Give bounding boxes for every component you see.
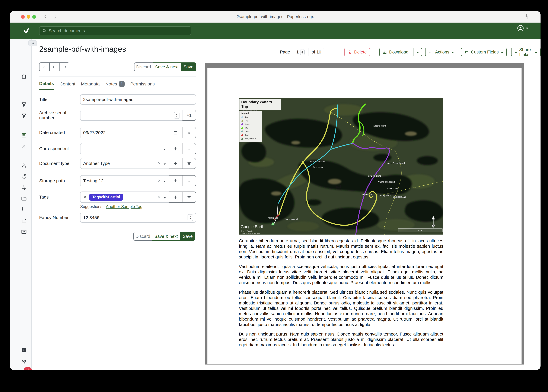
download-options-button[interactable] [414, 48, 422, 56]
legend-item: Day 3 [241, 123, 260, 126]
sidebar-expand-button[interactable] [29, 40, 37, 46]
tab-notes[interactable]: Notes 1 [105, 81, 125, 90]
svg-text:N: N [432, 224, 435, 228]
add-correspondent-button[interactable] [169, 143, 182, 154]
sidebar-item-mail[interactable] [21, 229, 27, 235]
page-stepper[interactable] [300, 49, 305, 55]
sidebar-item-close-document[interactable] [21, 143, 27, 150]
date-filter-button[interactable] [182, 127, 196, 138]
asn-plus-one-button[interactable]: +1 [182, 110, 196, 121]
discard-button[interactable]: Discard [134, 63, 153, 71]
browser-forward-icon[interactable] [53, 14, 58, 19]
user-menu[interactable] [517, 25, 529, 32]
remove-tag-icon[interactable] [83, 195, 87, 200]
tab-metadata[interactable]: Metadata [81, 81, 100, 90]
suggested-tag-link[interactable]: Another Sample Tag [106, 204, 142, 209]
tag-chip[interactable]: TagWithPartial [89, 194, 123, 201]
document-type-filter-button[interactable] [182, 158, 196, 169]
chevron-down-icon [501, 49, 504, 55]
asn-input[interactable] [80, 110, 182, 121]
tab-content[interactable]: Content [59, 81, 75, 90]
clear-icon[interactable] [158, 161, 161, 166]
add-document-type-button[interactable] [169, 158, 182, 169]
title-input[interactable]: 2sample-pdf-with-images [80, 94, 196, 105]
clear-icon[interactable] [158, 195, 161, 200]
sidebar-item-document-types[interactable] [21, 184, 27, 191]
save-and-next-button[interactable]: Save & next [152, 232, 180, 241]
divider [39, 76, 196, 77]
field-row-tags: Tags TagWithPartial [39, 191, 196, 203]
add-tag-button[interactable] [169, 191, 182, 203]
tags-select[interactable]: TagWithPartial [80, 191, 169, 203]
calendar-button[interactable] [169, 127, 182, 138]
clear-icon[interactable] [158, 178, 161, 183]
map-title: Boundary Waters Trip [241, 100, 279, 109]
delete-button[interactable]: Delete [344, 48, 370, 56]
fancy-number-stepper[interactable] [187, 214, 193, 221]
divider [39, 228, 196, 228]
close-window-button[interactable] [21, 15, 25, 19]
plus-icon [173, 147, 178, 151]
sidebar-item-settings[interactable] [21, 347, 27, 353]
tasks-count-badge: 16 [24, 367, 32, 370]
save-button[interactable]: Save [181, 63, 196, 71]
download-button[interactable]: Download [380, 48, 411, 56]
save-and-next-button[interactable]: Save & next [153, 63, 181, 71]
minimize-window-button[interactable] [27, 15, 30, 19]
route-dots-icon [241, 127, 243, 129]
storage-path-select[interactable]: Testing 12 [80, 175, 169, 186]
map-label: Lincoln Island [386, 187, 399, 190]
svg-text:© 2017 Google: © 2017 Google [241, 230, 253, 232]
discard-button[interactable]: Discard [133, 232, 152, 241]
add-storage-path-button[interactable] [169, 175, 182, 186]
custom-fields-button[interactable]: Custom Fields [461, 48, 507, 56]
tags-filter-button[interactable] [182, 191, 196, 203]
tab-permissions[interactable]: Permissions [130, 81, 155, 90]
page-number-input[interactable]: 1 [292, 48, 309, 56]
search-icon [42, 28, 47, 33]
actions-button[interactable]: Actions [425, 48, 457, 56]
date-created-input[interactable]: 03/27/2022 [80, 127, 169, 138]
sidebar-item-storage-paths[interactable] [21, 195, 27, 202]
sidebar-item-users-groups[interactable] [21, 358, 27, 365]
sidebar-item-correspondents[interactable] [21, 162, 27, 169]
map-legend: Legend Day 1Day 2Day 3Day 4Day 5Day 6Ent… [239, 111, 262, 142]
sidebar-item-dashboard[interactable] [21, 73, 27, 80]
close-document-button[interactable] [39, 63, 49, 71]
sidebar-item-documents[interactable] [21, 84, 27, 90]
tab-details[interactable]: Details [39, 81, 54, 90]
pdf-preview-frame[interactable]: New York IslandGary IslandHausons Island… [205, 63, 524, 364]
filter-icon [187, 161, 191, 166]
svg-text:3 mi: 3 mi [418, 229, 422, 232]
plus-icon [173, 178, 178, 183]
document-type-select[interactable]: Another Type [80, 158, 169, 169]
correspondent-select[interactable] [80, 143, 169, 154]
fancy-number-input[interactable]: 12.3456 [80, 213, 196, 223]
sidebar-item-saved-view-1[interactable] [21, 101, 27, 108]
next-document-button[interactable] [59, 63, 69, 71]
correspondent-filter-button[interactable] [182, 143, 196, 154]
storage-path-filter-button[interactable] [182, 175, 196, 186]
pdf-paragraph: Vestibulum eleifend, ligula a scelerisqu… [239, 264, 443, 285]
browser-back-icon[interactable] [43, 14, 48, 19]
sidebar-item-workflows[interactable] [21, 218, 27, 224]
sidebar-item-saved-view-2[interactable] [21, 112, 27, 119]
sidebar-item-custom-fields[interactable] [21, 206, 27, 212]
sidebar-item-tags[interactable] [21, 173, 27, 180]
calendar-icon [173, 130, 178, 135]
chevron-down-icon [451, 49, 454, 55]
share-links-button[interactable]: Share Links [511, 48, 541, 56]
save-button[interactable]: Save [180, 232, 195, 241]
zoom-window-button[interactable] [32, 15, 36, 19]
search-input[interactable]: Search documents [39, 27, 191, 35]
share-icon[interactable] [523, 14, 530, 21]
asn-stepper[interactable] [174, 112, 180, 119]
previous-document-button[interactable] [49, 63, 59, 71]
sidebar-item-open-document[interactable] [21, 132, 27, 139]
field-row-correspondent: Correspondent [39, 143, 196, 154]
map-label: Half Dog Island [367, 175, 381, 177]
plus-icon [173, 195, 178, 200]
route-dots-icon [241, 119, 243, 122]
paperless-logo-leaf-icon[interactable] [22, 27, 30, 35]
plus-icon [173, 161, 178, 166]
